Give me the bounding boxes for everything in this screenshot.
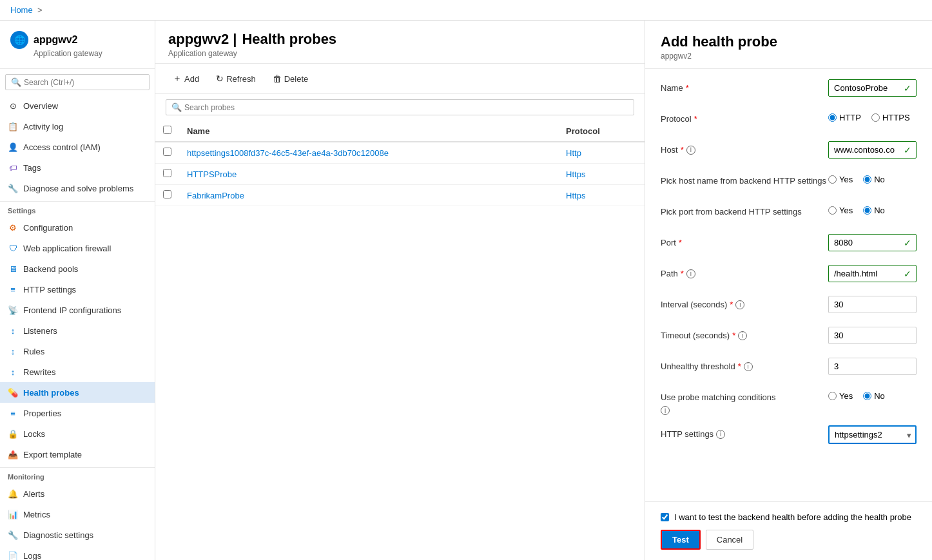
use-probe-info-icon[interactable]: i xyxy=(661,406,670,415)
sidebar-label-waf: Web application firewall xyxy=(23,244,111,253)
metrics-icon: 📊 xyxy=(8,509,18,519)
right-panel: Add health probe appgwv2 Name * ✓ xyxy=(645,21,932,560)
interval-input[interactable] xyxy=(828,296,917,313)
row-name[interactable]: HTTPSProbe xyxy=(179,164,558,185)
sidebar-item-locks[interactable]: 🔒 Locks xyxy=(0,423,155,444)
protocol-http-option[interactable]: HTTP xyxy=(828,113,861,122)
diag-icon: 🔧 xyxy=(8,530,18,540)
sidebar-item-export-template[interactable]: 📤 Export template xyxy=(0,444,155,465)
pick-port-no-label: No xyxy=(874,206,885,215)
sidebar-search-input[interactable] xyxy=(24,78,144,87)
http-settings-select[interactable]: httpsettings2 xyxy=(828,425,917,444)
sidebar-label-frontend-ip: Frontend IP configurations xyxy=(23,305,121,315)
activity-log-icon: 📋 xyxy=(8,121,18,131)
protocol-https-label: HTTPS xyxy=(882,113,910,122)
port-row: Port * ✓ xyxy=(661,234,917,255)
sidebar-header: 🌐 appgwv2 Application gateway xyxy=(0,21,155,69)
scrollable-table: Name Protocol httpsettings1008fd37c-46c5… xyxy=(155,121,645,560)
port-required: * xyxy=(679,238,682,247)
sidebar-item-frontend-ip[interactable]: 📡 Frontend IP configurations xyxy=(0,300,155,320)
sidebar-item-http-settings[interactable]: ≡ HTTP settings xyxy=(0,279,155,300)
sidebar-item-waf[interactable]: 🛡 Web application firewall xyxy=(0,238,155,258)
pick-port-no-option[interactable]: No xyxy=(863,206,885,215)
sidebar-item-diagnose[interactable]: 🔧 Diagnose and solve problems xyxy=(0,178,155,198)
host-label: Host * i xyxy=(661,141,828,155)
row-name[interactable]: httpsettings1008fd37c-46c5-43ef-ae4a-3db… xyxy=(179,142,558,164)
sidebar-item-properties[interactable]: ≡ Properties xyxy=(0,403,155,423)
sidebar-search-wrap[interactable]: 🔍 xyxy=(5,74,150,90)
refresh-button[interactable]: ↻ Refresh xyxy=(209,70,263,88)
unhealthy-info-icon[interactable]: i xyxy=(744,362,753,371)
protocol-radio-group: HTTP HTTPS xyxy=(828,110,917,122)
sidebar-item-listeners[interactable]: ↕ Listeners xyxy=(0,320,155,341)
row-checkbox[interactable] xyxy=(163,169,171,177)
use-probe-yes-label: Yes xyxy=(839,391,853,401)
test-checkbox-row: I want to test the backend health before… xyxy=(661,512,917,522)
test-button[interactable]: Test xyxy=(661,530,701,550)
sidebar-label-rewrites: Rewrites xyxy=(23,367,56,377)
path-required: * xyxy=(681,269,684,278)
protocol-https-option[interactable]: HTTPS xyxy=(871,113,910,122)
timeout-input[interactable] xyxy=(828,327,917,344)
test-backend-checkbox[interactable] xyxy=(661,513,669,521)
health-probes-icon: 💊 xyxy=(8,387,18,398)
timeout-info-icon[interactable]: i xyxy=(738,331,747,340)
pick-port-yes-label: Yes xyxy=(839,206,853,215)
sidebar-item-metrics[interactable]: 📊 Metrics xyxy=(0,504,155,525)
delete-button[interactable]: 🗑 Delete xyxy=(266,70,316,88)
use-probe-no-option[interactable]: No xyxy=(863,391,885,401)
resource-name: appgwv2 xyxy=(34,34,77,46)
interval-required: * xyxy=(730,300,733,309)
row-checkbox[interactable] xyxy=(163,190,171,198)
sidebar-label-diagnostic-settings: Diagnostic settings xyxy=(23,530,93,540)
sidebar-label-health-probes: Health probes xyxy=(23,388,79,398)
sidebar-item-health-probes[interactable]: 💊 Health probes xyxy=(0,382,155,403)
row-name[interactable]: FabrikamProbe xyxy=(179,185,558,206)
row-checkbox-cell xyxy=(155,164,179,185)
path-row: Path * i ✓ xyxy=(661,265,917,285)
waf-icon: 🛡 xyxy=(8,243,18,253)
sidebar-item-rewrites[interactable]: ↕ Rewrites xyxy=(0,362,155,382)
pick-host-yes-radio[interactable] xyxy=(828,175,837,184)
protocol-https-radio[interactable] xyxy=(871,113,880,122)
sidebar-item-logs[interactable]: 📄 Logs xyxy=(0,545,155,560)
pick-host-yes-option[interactable]: Yes xyxy=(828,175,853,184)
sidebar-item-tags[interactable]: 🏷 Tags xyxy=(0,157,155,178)
sidebar-item-alerts[interactable]: 🔔 Alerts xyxy=(0,483,155,504)
refresh-label: Refresh xyxy=(226,74,256,84)
path-info-icon[interactable]: i xyxy=(686,269,695,278)
pick-port-yes-option[interactable]: Yes xyxy=(828,206,853,215)
table-search-input[interactable] xyxy=(184,103,628,112)
panel-header: appgwv2 | Health probes Application gate… xyxy=(155,21,645,64)
row-protocol: Https xyxy=(558,164,645,185)
breadcrumb-home[interactable]: Home xyxy=(10,5,33,15)
use-probe-yes-option[interactable]: Yes xyxy=(828,391,853,401)
table-search-wrap[interactable]: 🔍 xyxy=(166,99,634,115)
cancel-button[interactable]: Cancel xyxy=(706,530,753,550)
sidebar-item-activity-log[interactable]: 📋 Activity log xyxy=(0,116,155,137)
use-probe-yes-radio[interactable] xyxy=(828,392,837,400)
sidebar-label-logs: Logs xyxy=(23,551,41,561)
page-title: Health probes xyxy=(242,31,336,48)
logs-icon: 📄 xyxy=(8,550,18,560)
select-all-checkbox[interactable] xyxy=(163,126,171,134)
pick-host-no-option[interactable]: No xyxy=(863,175,885,184)
use-probe-no-radio[interactable] xyxy=(863,392,871,400)
pick-port-yes-radio[interactable] xyxy=(828,206,837,215)
sidebar-item-overview[interactable]: ⊙ Overview xyxy=(0,95,155,116)
pick-host-no-radio[interactable] xyxy=(863,175,871,184)
sidebar-item-rules[interactable]: ↕ Rules xyxy=(0,341,155,362)
pick-port-no-radio[interactable] xyxy=(863,206,871,215)
add-button[interactable]: ＋ Add xyxy=(166,69,206,88)
host-info-icon[interactable]: i xyxy=(686,146,695,155)
sidebar-item-configuration[interactable]: ⚙ Configuration xyxy=(0,217,155,238)
protocol-http-radio[interactable] xyxy=(828,113,837,122)
sidebar-item-diagnostic-settings[interactable]: 🔧 Diagnostic settings xyxy=(0,525,155,545)
interval-info-icon[interactable]: i xyxy=(735,300,744,309)
sidebar-item-access-control[interactable]: 👤 Access control (IAM) xyxy=(0,137,155,157)
export-icon: 📤 xyxy=(8,449,18,459)
unhealthy-input[interactable] xyxy=(828,358,917,375)
sidebar-item-backend-pools[interactable]: 🖥 Backend pools xyxy=(0,258,155,279)
http-settings-info-icon[interactable]: i xyxy=(716,430,725,439)
row-checkbox[interactable] xyxy=(163,148,171,156)
